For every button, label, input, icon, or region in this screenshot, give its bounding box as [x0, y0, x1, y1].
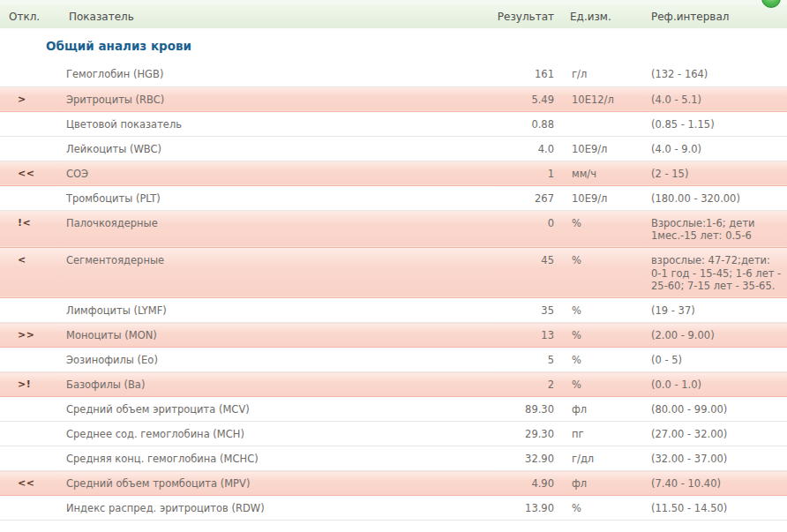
section-title-row: Общий анализ крови [0, 29, 787, 62]
lab-results-table: Откл. Показатель Результат Ед.изм. Реф.и… [0, 4, 787, 521]
reference-cell: (80.00 - 99.00) [644, 397, 787, 422]
result-cell: 13.90 [494, 496, 558, 521]
deviation-cell: >> [0, 323, 57, 348]
table-row: << Средний объем тромбоцита (MPV) 4.90 ф… [0, 471, 787, 496]
reference-cell: (7.40 - 10.40) [644, 471, 787, 496]
table-row: Лимфоциты (LYMF) 35 % (19 - 37) [0, 298, 787, 323]
unit-cell [558, 111, 644, 136]
unit-cell: 10E9/л [558, 185, 644, 210]
section-title: Общий анализ крови [0, 29, 787, 62]
unit-cell: 10E9/л [558, 136, 644, 161]
deviation-cell [0, 185, 57, 210]
result-cell: 35 [494, 298, 558, 323]
indicator-cell: Эритроциты (RBC) [57, 86, 494, 111]
table-row: Тромбоциты (PLT) 267 10E9/л (180.00 - 32… [0, 185, 787, 210]
indicator-cell: Цветовой показатель [57, 111, 494, 136]
deviation-cell [0, 422, 57, 446]
column-header-deviation: Откл. [0, 4, 57, 29]
column-header-unit: Ед.изм. [558, 4, 644, 29]
deviation-cell: !< [0, 210, 57, 247]
result-cell: 0.88 [494, 111, 558, 136]
reference-cell: (11.50 - 14.50) [644, 496, 787, 521]
reference-cell: (19 - 37) [644, 298, 787, 323]
indicator-cell: Средняя конц. гемоглобина (MCHC) [57, 446, 494, 471]
deviation-cell [0, 397, 57, 422]
reference-cell: (0.0 - 1.0) [644, 372, 787, 397]
table-row: >> Моноциты (MON) 13 % (2.00 - 9.00) [0, 323, 787, 348]
table-row: Средний объем эритроцита (MCV) 89.30 фл … [0, 397, 787, 422]
unit-cell: мм/ч [558, 161, 644, 185]
unit-cell: г/дл [558, 446, 644, 471]
indicator-cell: Средний объем эритроцита (MCV) [57, 397, 494, 422]
column-header-result: Результат [494, 4, 558, 29]
table-row: Среднее сод. гемоглобина (MCH) 29.30 пг … [0, 422, 787, 446]
result-cell: 5.49 [494, 86, 558, 111]
reference-cell: (2.00 - 9.00) [644, 323, 787, 348]
table-row: << СОЭ 1 мм/ч (2 - 15) [0, 161, 787, 185]
indicator-cell: Эозинофилы (Eo) [57, 348, 494, 372]
result-cell: 32.90 [494, 446, 558, 471]
lab-results-page: Откл. Показатель Результат Ед.изм. Реф.и… [0, 0, 787, 532]
deviation-cell [0, 62, 57, 86]
unit-cell: 10E12/л [558, 86, 644, 111]
column-header-reference: Реф.интервал [644, 4, 787, 29]
table-row: > Эритроциты (RBC) 5.49 10E12/л (4.0 - 5… [0, 86, 787, 111]
unit-cell: фл [558, 397, 644, 422]
table-row: Средняя конц. гемоглобина (MCHC) 32.90 г… [0, 446, 787, 471]
deviation-cell [0, 348, 57, 372]
indicator-cell: Сегментоядерные [57, 247, 494, 297]
deviation-cell [0, 496, 57, 521]
column-header-indicator: Показатель [57, 4, 494, 29]
reference-cell: (0 - 5) [644, 348, 787, 372]
table-row: >! Базофилы (Ba) 2 % (0.0 - 1.0) [0, 372, 787, 397]
reference-cell: Взрослые:1-6; дети 1мес.-15 лет: 0.5-6 [644, 210, 787, 247]
reference-cell: (4.0 - 9.0) [644, 136, 787, 161]
deviation-cell [0, 111, 57, 136]
unit-cell: % [558, 348, 644, 372]
table-row: Гемоглобин (HGB) 161 г/л (132 - 164) [0, 62, 787, 86]
unit-cell: г/л [558, 62, 644, 86]
unit-cell: % [558, 372, 644, 397]
reference-cell: (32.00 - 37.00) [644, 446, 787, 471]
deviation-cell: > [0, 86, 57, 111]
deviation-cell: << [0, 161, 57, 185]
indicator-cell: Тромбоциты (PLT) [57, 185, 494, 210]
table-row: Индекс распред. эритроцитов (RDW) 13.90 … [0, 496, 787, 521]
deviation-cell [0, 298, 57, 323]
table-row: !< Палочкоядерные 0 % Взрослые:1-6; дети… [0, 210, 787, 247]
result-cell: 4.90 [494, 471, 558, 496]
result-cell: 4.0 [494, 136, 558, 161]
unit-cell: фл [558, 471, 644, 496]
unit-cell: пг [558, 422, 644, 446]
result-cell: 5 [494, 348, 558, 372]
deviation-cell [0, 446, 57, 471]
indicator-cell: СОЭ [57, 161, 494, 185]
table-row: Цветовой показатель 0.88 (0.85 - 1.15) [0, 111, 787, 136]
result-cell: 13 [494, 323, 558, 348]
table-row: Эозинофилы (Eo) 5 % (0 - 5) [0, 348, 787, 372]
result-cell: 29.30 [494, 422, 558, 446]
indicator-cell: Лейкоциты (WBC) [57, 136, 494, 161]
indicator-cell: Моноциты (MON) [57, 323, 494, 348]
deviation-cell: < [0, 247, 57, 297]
results-table-body: Общий анализ крови Гемоглобин (HGB) 161 … [0, 29, 787, 521]
deviation-cell: << [0, 471, 57, 496]
deviation-cell [0, 136, 57, 161]
result-cell: 2 [494, 372, 558, 397]
unit-cell: % [558, 496, 644, 521]
indicator-cell: Гемоглобин (HGB) [57, 62, 494, 86]
unit-cell: % [558, 298, 644, 323]
result-cell: 45 [494, 247, 558, 297]
table-row: < Сегментоядерные 45 % взрослые: 47-72;д… [0, 247, 787, 297]
indicator-cell: Среднее сод. гемоглобина (MCH) [57, 422, 494, 446]
result-cell: 161 [494, 62, 558, 86]
indicator-cell: Средний объем тромбоцита (MPV) [57, 471, 494, 496]
unit-cell: % [558, 247, 644, 297]
reference-cell: взрослые: 47-72;дети: 0-1 год - 15-45; 1… [644, 247, 787, 297]
result-cell: 1 [494, 161, 558, 185]
reference-cell: (27.00 - 32.00) [644, 422, 787, 446]
result-cell: 0 [494, 210, 558, 247]
reference-cell: (2 - 15) [644, 161, 787, 185]
indicator-cell: Индекс распред. эритроцитов (RDW) [57, 496, 494, 521]
unit-cell: % [558, 210, 644, 247]
